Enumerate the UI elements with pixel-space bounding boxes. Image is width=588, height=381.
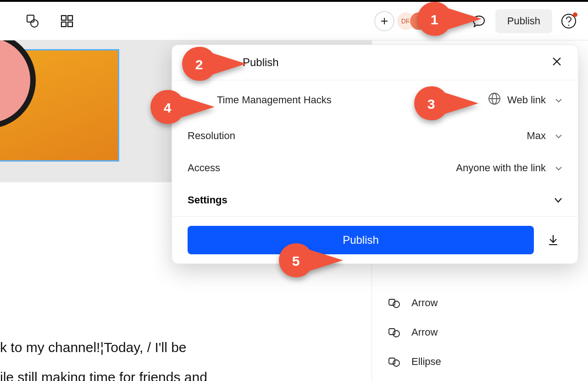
canvas-slide-thumbnail[interactable]: [0, 49, 119, 162]
comments-icon[interactable]: [471, 13, 487, 29]
layer-label: Arrow: [411, 326, 438, 338]
modal-header: Publish: [172, 45, 578, 80]
file-name: Time Management Hacks: [188, 94, 332, 106]
resolution-value: Max: [527, 130, 546, 142]
svg-point-14: [393, 331, 399, 337]
svg-rect-2: [61, 16, 66, 20]
svg-rect-4: [61, 22, 66, 27]
layer-label: Arrow: [411, 297, 438, 309]
shape-tool-icon[interactable]: [24, 13, 40, 29]
access-row: Access Anyone with the link: [172, 152, 578, 184]
ellipse-layer-icon: [388, 355, 401, 368]
publish-modal: Publish Time Management Hacks Web link R…: [172, 45, 578, 264]
arrow-layer-icon: [388, 326, 401, 339]
publish-primary-label: Publish: [343, 234, 379, 247]
add-collaborator-button[interactable]: [374, 11, 394, 31]
access-label: Access: [188, 162, 220, 174]
svg-point-9: [568, 24, 569, 25]
resolution-row: Resolution Max: [172, 120, 578, 152]
publish-primary-button[interactable]: Publish: [188, 226, 534, 254]
settings-label: Settings: [188, 194, 227, 206]
globe-icon: [488, 92, 501, 108]
svg-rect-0: [27, 15, 34, 22]
layer-label: Ellipse: [411, 356, 441, 368]
chevron-down-icon: [555, 130, 562, 142]
destination-select[interactable]: Web link: [488, 92, 562, 108]
modal-title: Publish: [188, 56, 279, 69]
body-text-fragment: k to my channel!¦Today, / I'll be: [0, 340, 187, 355]
clock-graphic: [0, 40, 36, 129]
svg-point-16: [393, 360, 399, 366]
svg-point-12: [393, 301, 399, 308]
chevron-down-icon: [555, 94, 562, 106]
access-select[interactable]: Anyone with the link: [456, 162, 562, 174]
resolution-select[interactable]: Max: [527, 130, 562, 142]
chevron-down-icon: [555, 162, 562, 174]
avatar-cluster[interactable]: DR: [403, 11, 454, 31]
publish-button[interactable]: Publish: [495, 9, 552, 33]
chevron-down-icon: [554, 194, 562, 206]
help-button[interactable]: [560, 13, 577, 29]
avatar[interactable]: [435, 11, 454, 31]
download-button[interactable]: [544, 231, 562, 249]
settings-row[interactable]: Settings: [172, 184, 578, 216]
layer-item[interactable]: Arrow: [372, 318, 588, 347]
top-toolbar: DR Publish: [0, 2, 588, 40]
resolution-label: Resolution: [188, 130, 235, 142]
destination-value: Web link: [507, 94, 546, 106]
modal-footer: Publish: [172, 216, 578, 263]
body-text-fragment: ile still making time for friends and: [0, 370, 207, 381]
access-value: Anyone with the link: [456, 162, 546, 174]
grid-view-icon[interactable]: [59, 13, 75, 29]
layer-item[interactable]: Ellipse: [372, 347, 588, 376]
notification-dot-icon: [573, 12, 577, 17]
svg-rect-3: [68, 16, 72, 20]
svg-rect-5: [68, 22, 72, 27]
layer-item[interactable]: Arrow: [372, 288, 588, 318]
toolbar-right-group: DR Publish: [374, 9, 577, 33]
close-button[interactable]: [551, 56, 562, 69]
file-destination-row: Time Management Hacks Web link: [172, 80, 578, 120]
arrow-layer-icon: [388, 297, 401, 309]
toolbar-left-group: [24, 13, 75, 29]
